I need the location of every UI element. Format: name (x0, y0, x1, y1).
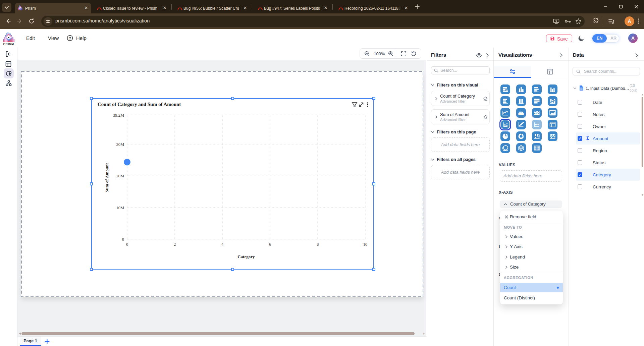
svg-text:20M: 20M (116, 174, 124, 178)
svg-text:10: 10 (363, 242, 368, 247)
svg-text:10M: 10M (116, 206, 124, 210)
svg-text:0: 0 (126, 242, 128, 247)
svg-text:0: 0 (122, 237, 124, 242)
svg-text:Sum of Amount: Sum of Amount (104, 163, 109, 192)
svg-text:39.2M: 39.2M (113, 113, 124, 118)
svg-text:Category: Category (237, 254, 255, 259)
svg-text:8: 8 (317, 242, 319, 247)
svg-text:PRISM: PRISM (3, 42, 14, 45)
svg-text:30M: 30M (116, 142, 124, 147)
svg-text:6: 6 (269, 242, 271, 247)
svg-text:?: ? (69, 36, 71, 40)
svg-text:4: 4 (221, 242, 224, 247)
svg-text:2: 2 (174, 242, 176, 247)
svg-text:Count of Category and Sum of A: Count of Category and Sum of Amount (98, 102, 181, 107)
